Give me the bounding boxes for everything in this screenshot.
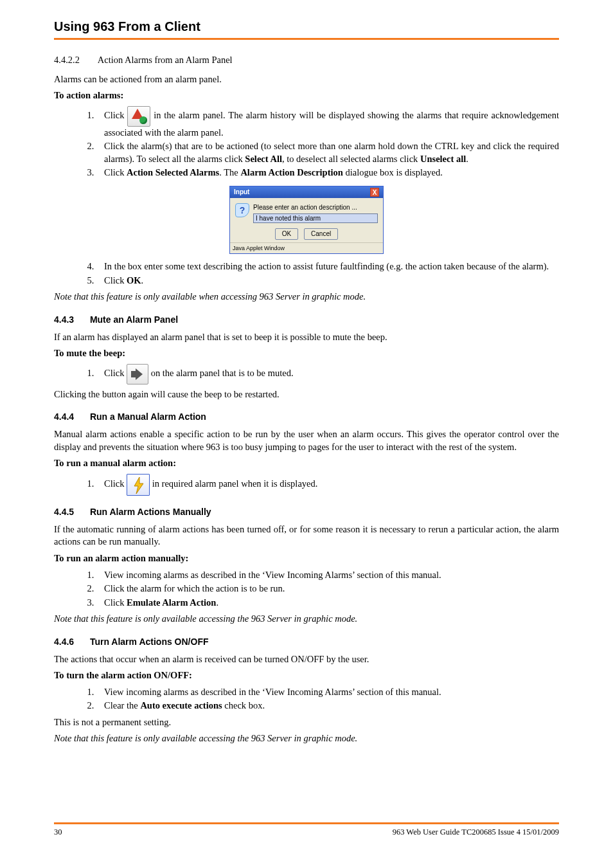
cancel-button[interactable]: Cancel [304, 228, 338, 240]
text: . [216, 597, 218, 608]
document-id: 963 Web User Guide TC200685 Issue 4 15/0… [393, 827, 559, 838]
procedure-list-444: Click in required alarm panel when it is… [87, 474, 559, 496]
text: on the alarm panel that is to be muted. [151, 368, 294, 378]
text: in the alarm panel. The alarm history wi… [104, 110, 559, 138]
ok-button[interactable]: OK [275, 228, 298, 240]
note: Note that this feature is only available… [54, 613, 559, 626]
paragraph: Manual alarm actions enable a specific a… [54, 428, 559, 453]
bold-text: Alarm Action Description [240, 167, 342, 177]
text: dialogue box is displayed. [343, 167, 443, 177]
bold-text: OK [127, 275, 141, 285]
question-icon: ? [235, 203, 249, 217]
note: Note that this feature is only available… [54, 732, 559, 745]
text: check box. [222, 700, 265, 710]
dialog-title-text: Input [234, 188, 249, 197]
heading-number: 4.4.6 [54, 636, 87, 648]
procedure-list-443: Click on the alarm panel that is to be m… [87, 364, 559, 384]
heading-444: 4.4.4 Run a Manual Alarm Action [54, 411, 559, 423]
paragraph: The actions that occur when an alarm is … [54, 653, 559, 666]
action-description-input[interactable] [253, 213, 378, 223]
dialog-message: Please enter an action description ... [253, 203, 378, 212]
heading-number: 4.4.4 [54, 411, 87, 423]
heading-text: Run Alarm Actions Manually [90, 507, 211, 517]
paragraph: Clicking the button again will cause the… [54, 388, 559, 401]
list-item: View incoming alarms as described in the… [96, 686, 559, 699]
text: . The [219, 167, 240, 177]
heading-number: 4.4.2.2 [54, 54, 96, 67]
heading-number: 4.4.3 [54, 314, 87, 326]
bold-text: Unselect all [420, 154, 466, 164]
list-item: Click OK. [96, 275, 559, 287]
input-dialog: Input X ? Please enter an action descrip… [229, 186, 384, 254]
bold-text: Action Selected Alarms [127, 167, 219, 177]
svg-marker-0 [134, 477, 143, 494]
dialog-screenshot: Input X ? Please enter an action descrip… [54, 186, 559, 254]
list-item: Click in the alarm panel. The alarm hist… [96, 106, 559, 140]
procedure-list-44222-cont: In the box enter some text describing th… [87, 260, 559, 287]
note: Note that this feature is only available… [54, 291, 559, 303]
text: . [141, 275, 144, 285]
bold-text: Auto execute actions [140, 700, 222, 710]
list-item: Click Action Selected Alarms. The Alarm … [96, 167, 559, 179]
list-item: Click the alarm for which the action is … [96, 583, 559, 595]
heading-text: Mute an Alarm Panel [90, 314, 178, 325]
list-item: Click on the alarm panel that is to be m… [96, 364, 559, 384]
list-item: In the box enter some text describing th… [96, 260, 559, 273]
dialog-body: ? Please enter an action description ...… [230, 198, 383, 242]
text: Click [104, 478, 127, 489]
procedure-label: To action alarms: [54, 89, 559, 102]
lightning-bolt-icon[interactable] [127, 474, 150, 496]
text: Click [104, 597, 127, 608]
procedure-label: To run an alarm action manually: [54, 552, 559, 565]
text: . [466, 154, 468, 164]
heading-446: 4.4.6 Turn Alarm Actions ON/OFF [54, 636, 559, 648]
heading-44222: 4.4.2.2 Action Alarms from an Alarm Pane… [54, 54, 559, 67]
procedure-list-445: View incoming alarms as described in the… [87, 569, 559, 610]
list-item: Click the alarm(s) that are to be action… [96, 140, 559, 165]
text: Click [104, 275, 127, 285]
page-footer: 30 963 Web User Guide TC200685 Issue 4 1… [54, 822, 559, 838]
mute-speaker-icon[interactable] [127, 364, 148, 384]
procedure-label: To run a manual alarm action: [54, 457, 559, 470]
text: in required alarm panel when it is displ… [152, 478, 318, 489]
paragraph: If an alarm has displayed an alarm panel… [54, 331, 559, 344]
list-item: View incoming alarms as described in the… [96, 569, 559, 582]
heading-text: Turn Alarm Actions ON/OFF [90, 637, 209, 647]
text: Clear the [104, 700, 140, 710]
text: , to deselect all selected alarms click [282, 154, 420, 164]
page-number: 30 [54, 827, 62, 838]
list-item: Clear the Auto execute actions check box… [96, 700, 559, 712]
list-item: Click Emulate Alarm Action. [96, 597, 559, 610]
list-item: Click in required alarm panel when it is… [96, 474, 559, 496]
acknowledge-alarm-icon[interactable] [127, 106, 150, 127]
heading-443: 4.4.3 Mute an Alarm Panel [54, 314, 559, 326]
procedure-list-44222: Click in the alarm panel. The alarm hist… [87, 106, 559, 179]
dialog-titlebar: Input X [230, 186, 383, 198]
paragraph: If the automatic running of alarm action… [54, 523, 559, 548]
heading-445: 4.4.5 Run Alarm Actions Manually [54, 506, 559, 518]
paragraph: This is not a permanent setting. [54, 716, 559, 729]
text: Click [104, 167, 127, 177]
heading-text: Run a Manual Alarm Action [90, 411, 206, 422]
text: Click [104, 368, 127, 378]
close-icon[interactable]: X [370, 188, 379, 197]
heading-number: 4.4.5 [54, 506, 87, 518]
text: Click [104, 110, 127, 120]
procedure-label: To mute the beep: [54, 347, 559, 360]
heading-text: Action Alarms from an Alarm Panel [98, 55, 233, 65]
procedure-label: To turn the alarm action ON/OFF: [54, 669, 559, 682]
page-header: Using 963 From a Client [54, 18, 559, 40]
procedure-list-446: View incoming alarms as described in the… [87, 686, 559, 712]
dialog-statusbar: Java Applet Window [230, 242, 383, 253]
bold-text: Select All [245, 154, 282, 164]
paragraph: Alarms can be actioned from an alarm pan… [54, 73, 559, 86]
bold-text: Emulate Alarm Action [127, 597, 216, 608]
